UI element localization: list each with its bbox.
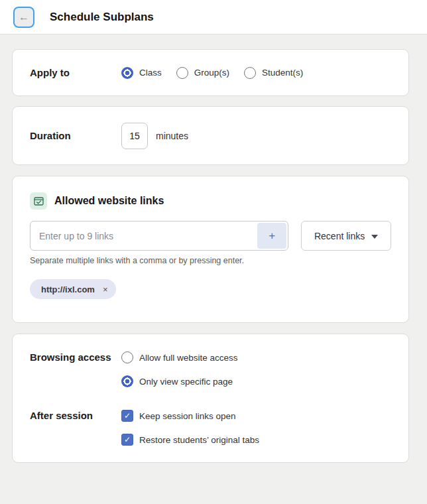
apply-to-options: Class Group(s) Student(s) [121,67,303,79]
plus-icon: + [269,229,275,242]
chevron-down-icon [371,235,378,239]
allowed-links-title: Allowed website links [54,195,164,207]
radio-label: Class [139,68,162,78]
checkbox-checked-icon: ✓ [121,410,133,422]
allowed-links-card: Allowed website links + Recent links Sep… [12,176,409,323]
duration-card: Duration minutes [12,106,409,165]
duration-label: Duration [30,130,121,141]
radio-label: Allow full website access [139,353,238,363]
checkbox-label: Keep session links open [139,411,236,421]
radio-icon [176,67,188,79]
remove-chip-icon[interactable]: × [103,284,108,294]
content: Apply to Class Group(s) Student(s) Durat… [0,34,427,463]
checkbox-checked-icon: ✓ [121,434,133,446]
radio-option-students[interactable]: Student(s) [244,67,303,79]
radio-option-specific-page[interactable]: Only view specific page [121,375,238,387]
duration-input[interactable] [121,123,148,149]
radio-option-class[interactable]: Class [121,67,162,79]
back-arrow-icon: ← [19,12,29,23]
check-icon: ✓ [124,412,131,420]
duration-unit-label: minutes [156,131,188,141]
recent-links-button[interactable]: Recent links [301,221,391,251]
check-icon: ✓ [124,436,131,444]
browsing-access-label: Browsing access [30,351,121,363]
recent-links-label: Recent links [314,231,365,241]
page-title: Schedule Subplans [50,11,154,24]
header: ← Schedule Subplans [0,0,427,34]
radio-icon [121,67,133,79]
radio-label: Group(s) [194,68,229,78]
checkbox-restore-tabs[interactable]: ✓ Restore students’ original tabs [121,434,259,446]
radio-label: Student(s) [262,68,303,78]
checkbox-keep-links-open[interactable]: ✓ Keep session links open [121,410,259,422]
add-link-button[interactable]: + [257,223,286,249]
after-session-group: After session ✓ Keep session links open … [30,410,391,446]
radio-icon [121,375,133,387]
link-chip: http://ixl.com × [30,279,116,299]
website-check-icon [30,192,47,210]
radio-icon [121,351,133,363]
link-input[interactable] [32,231,257,241]
link-input-row: + Recent links [30,221,391,251]
radio-option-groups[interactable]: Group(s) [176,67,229,79]
allowed-links-header: Allowed website links [30,192,391,210]
link-input-group: + [30,221,288,251]
access-card: Browsing access Allow full website acces… [12,334,409,463]
radio-label: Only view specific page [139,377,233,387]
browsing-access-group: Browsing access Allow full website acces… [30,351,391,387]
radio-icon [244,67,256,79]
after-session-label: After session [30,410,121,421]
apply-to-label: Apply to [30,67,121,78]
checkbox-label: Restore students’ original tabs [139,435,259,445]
link-chip-label: http://ixl.com [41,284,95,294]
browsing-access-options: Allow full website access Only view spec… [121,351,238,387]
back-button[interactable]: ← [13,7,34,28]
radio-option-full-access[interactable]: Allow full website access [121,351,238,363]
after-session-options: ✓ Keep session links open ✓ Restore stud… [121,410,259,446]
apply-to-card: Apply to Class Group(s) Student(s) [12,49,409,96]
link-chips: http://ixl.com × [30,279,391,299]
link-helper-text: Separate multiple links with a comma or … [30,256,391,265]
